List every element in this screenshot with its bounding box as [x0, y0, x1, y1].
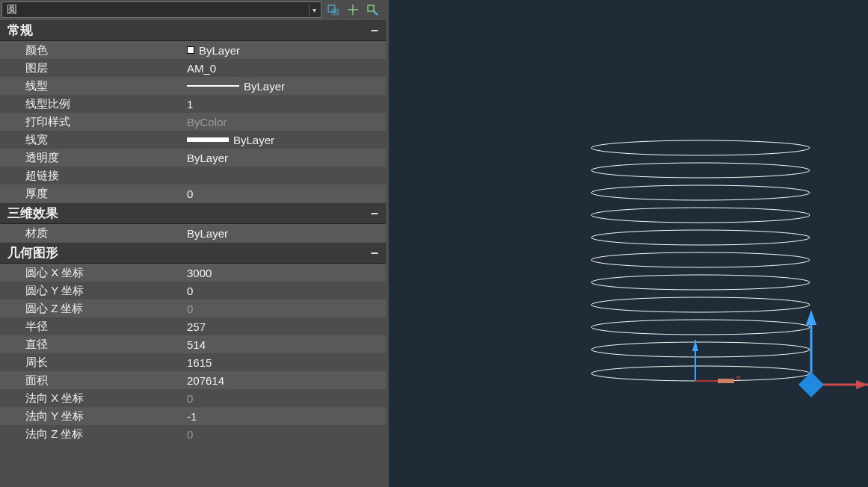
prop-value: 514	[187, 338, 206, 351]
svg-marker-24	[856, 380, 868, 389]
object-type-dropdown[interactable]: 圆 ▾	[1, 1, 321, 18]
prop-value: 1	[187, 98, 193, 111]
prop-row-color[interactable]: 颜色 ByLayer	[0, 41, 386, 59]
prop-value: ByLayer	[233, 134, 274, 146]
ucs-icon	[692, 340, 734, 383]
prop-value: 3000	[187, 267, 212, 279]
linetype-sample-icon	[187, 85, 239, 87]
prop-label: 法向 Y 坐标	[0, 407, 185, 425]
svg-marker-22	[806, 310, 816, 325]
properties-panel: 圆 ▾ 常规 − 颜色 ByLayer	[0, 0, 389, 487]
svg-point-12	[591, 275, 810, 290]
svg-rect-4	[368, 5, 374, 11]
prop-label: 圆心 Y 坐标	[0, 282, 185, 300]
prop-row-radius[interactable]: 半径 257	[0, 317, 386, 335]
prop-label: 半径	[0, 317, 185, 335]
svg-point-16	[591, 366, 810, 381]
svg-point-8	[591, 185, 810, 200]
prop-label: 周长	[0, 353, 185, 371]
prop-row-layer[interactable]: 图层 AM_0	[0, 59, 386, 77]
prop-value: 0	[187, 303, 193, 315]
svg-point-10	[591, 230, 810, 245]
prop-row-hyperlink[interactable]: 超链接	[0, 167, 386, 184]
collapse-icon: −	[370, 249, 378, 258]
prop-label: 材质	[0, 224, 185, 242]
prop-label: 超链接	[0, 167, 185, 184]
prop-label: 线型	[0, 77, 185, 95]
prop-row-cy[interactable]: 圆心 Y 坐标 0	[0, 282, 386, 300]
prop-value: AM_0	[187, 62, 216, 75]
prop-row-transparency[interactable]: 透明度 ByLayer	[0, 149, 386, 167]
prop-label: 法向 Z 坐标	[0, 425, 185, 443]
prop-value: 0	[187, 392, 193, 405]
section-3d-title: 三维效果	[7, 205, 58, 222]
prop-value: ByLayer	[199, 44, 240, 57]
prop-row-linetype[interactable]: 线型 ByLayer	[0, 77, 386, 95]
prop-label: 线型比例	[0, 95, 185, 113]
section-geometry-title: 几何图形	[7, 244, 58, 261]
prop-label: 法向 X 坐标	[0, 389, 185, 407]
prop-row-circum[interactable]: 周长 1615	[0, 353, 386, 371]
prop-value: ByLayer	[187, 227, 228, 240]
prop-row-cx[interactable]: 圆心 X 坐标 3000	[0, 264, 386, 282]
svg-point-14	[591, 320, 810, 335]
section-3d-header[interactable]: 三维效果 −	[0, 202, 386, 224]
prop-label: 厚度	[0, 184, 185, 202]
prop-label: 打印样式	[0, 113, 185, 131]
prop-label: 颜色	[0, 41, 185, 59]
svg-point-6	[591, 140, 810, 155]
prop-row-cz[interactable]: 圆心 Z 坐标 0	[0, 300, 386, 317]
prop-label: 圆心 X 坐标	[0, 264, 185, 282]
section-general-header[interactable]: 常规 −	[0, 19, 386, 41]
prop-row-thickness[interactable]: 厚度 0	[0, 184, 386, 202]
prop-label: 线宽	[0, 131, 185, 149]
prop-row-nx[interactable]: 法向 X 坐标 0	[0, 389, 386, 407]
svg-rect-1	[332, 9, 339, 15]
svg-rect-26	[807, 381, 815, 388]
prop-row-area[interactable]: 面积 207614	[0, 371, 386, 389]
prop-value: 0	[187, 285, 193, 297]
collapse-icon: −	[370, 26, 378, 35]
svg-point-15	[591, 342, 810, 357]
prop-value: -1	[187, 410, 197, 423]
prop-value: 207614	[187, 374, 224, 387]
svg-point-9	[591, 208, 810, 223]
prop-value: ByLayer	[187, 152, 228, 164]
section-geometry-header[interactable]: 几何图形 −	[0, 242, 386, 264]
select-objects-icon[interactable]	[365, 2, 380, 17]
prop-value: 257	[187, 320, 206, 333]
prop-label: 面积	[0, 371, 185, 389]
chevron-down-icon: ▾	[309, 3, 319, 16]
prop-label: 直径	[0, 335, 185, 353]
collapse-icon: −	[370, 209, 378, 218]
prop-value: 0	[187, 428, 193, 441]
toggle-pim-icon[interactable]	[326, 2, 341, 17]
section-general-title: 常规	[7, 22, 33, 39]
prop-row-ltscale[interactable]: 线型比例 1	[0, 95, 386, 113]
prop-row-material[interactable]: 材质 ByLayer	[0, 224, 386, 242]
panel-toolbar: 圆 ▾	[0, 0, 386, 19]
quick-select-icon[interactable]	[345, 2, 360, 17]
prop-row-lineweight[interactable]: 线宽 ByLayer	[0, 131, 386, 149]
svg-line-5	[374, 11, 378, 15]
drawing-viewport[interactable]: ×	[389, 0, 868, 487]
prop-row-diameter[interactable]: 直径 514	[0, 335, 386, 353]
prop-row-plotstyle[interactable]: 打印样式 ByColor	[0, 113, 386, 131]
view-gizmo: ×	[736, 310, 868, 397]
svg-text:×: ×	[736, 373, 741, 383]
prop-row-ny[interactable]: 法向 Y 坐标 -1	[0, 407, 386, 425]
prop-value: ByColor	[187, 116, 227, 128]
svg-point-11	[591, 252, 810, 267]
object-type-label: 圆	[7, 3, 17, 16]
prop-value: 0	[187, 187, 193, 200]
prop-row-nz[interactable]: 法向 Z 坐标 0	[0, 425, 386, 443]
prop-value: 1615	[187, 356, 212, 369]
svg-point-13	[591, 297, 810, 312]
prop-label: 圆心 Z 坐标	[0, 300, 185, 317]
svg-marker-18	[692, 340, 698, 351]
prop-label: 透明度	[0, 149, 185, 167]
svg-point-7	[591, 163, 810, 178]
color-swatch-icon	[187, 46, 194, 54]
prop-label: 图层	[0, 59, 185, 77]
lineweight-sample-icon	[187, 137, 229, 142]
